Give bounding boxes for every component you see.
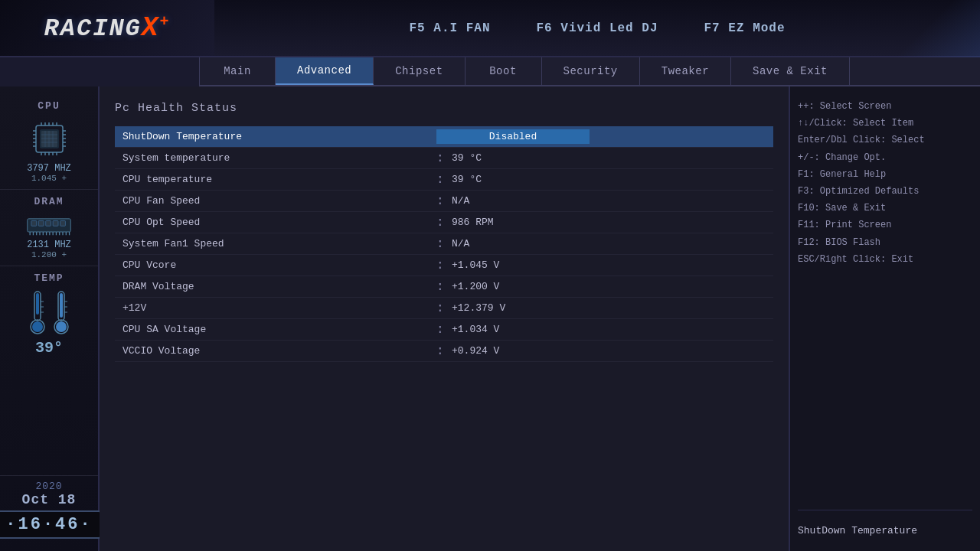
shortcut-f5[interactable]: F5 A.I FAN [409,21,490,35]
shortcut-f6[interactable]: F6 Vivid Led DJ [536,21,658,35]
tab-main[interactable]: Main [199,57,276,85]
sidebar-dram: DRAM [0,190,98,266]
row-value: 39 °C [452,152,773,164]
table-row[interactable]: CPU Vcore:+1.045 V [115,255,773,276]
sidebar: CPU [0,86,100,551]
help-line: ++: Select Screen [798,98,972,115]
cpu-label: CPU [38,100,60,112]
row-value: 986 RPM [452,217,773,228]
svg-rect-56 [60,293,63,318]
table-row[interactable]: CPU Fan Speed:N/A [115,191,773,212]
sidebar-date: 2020 Oct 18 ·16·46· [0,476,98,543]
dram-label: DRAM [34,196,64,207]
cpu-voltage: 1.045 + [31,174,67,183]
thermometer-container [27,290,72,336]
row-separator: : [436,152,452,165]
row-label: System temperature [115,152,436,164]
temp-label: TEMP [34,272,64,284]
row-separator: : [436,216,452,230]
svg-rect-49 [36,293,39,315]
row-label: CPU Fan Speed [115,195,436,207]
help-line: F12: BIOS Flash [798,234,972,251]
svg-point-58 [56,321,67,332]
help-text: ++: Select Screen↑↓/Click: Select ItemEn… [798,98,972,494]
bios-table: ShutDown TemperatureDisabledSystem tempe… [115,126,773,362]
table-row[interactable]: +12V:+12.379 V [115,298,773,319]
right-panel: ++: Select Screen↑↓/Click: Select ItemEn… [789,86,980,551]
shortcut-keys: F5 A.I FAN F6 Vivid Led DJ F7 EZ Mode [214,21,980,35]
row-label: CPU SA Voltage [115,324,436,335]
table-row[interactable]: CPU Opt Speed:986 RPM [115,212,773,233]
logo-x: X [142,12,160,44]
row-value: +0.924 V [452,345,773,357]
row-separator: : [436,194,452,208]
row-label: CPU Vcore [115,259,436,271]
row-label: DRAM Voltage [115,281,436,292]
dram-icon [26,214,72,236]
help-line: Enter/Dbl Click: Select [798,132,972,148]
thermometer-icon-2 [51,290,72,336]
svg-rect-2 [41,131,57,147]
date-year: 2020 [35,481,62,492]
help-line: F1: General Help [798,166,972,183]
row-value-badge: Disabled [436,129,590,144]
table-row[interactable]: ShutDown TemperatureDisabled [115,126,773,148]
context-help: ShutDown Temperature [798,510,972,540]
row-label: VCCIO Voltage [115,345,436,357]
dram-freq: 2131 MHZ [27,240,71,250]
section-title: Pc Health Status [115,102,773,115]
row-label: +12V [115,302,436,314]
logo-plus: + [159,13,170,31]
row-label: System Fan1 Speed [115,238,436,249]
help-line: F3: Optimized Defaults [798,183,972,200]
svg-rect-33 [53,220,58,226]
table-row[interactable]: CPU temperature:39 °C [115,169,773,191]
row-value: +1.045 V [452,259,773,271]
svg-rect-34 [60,220,66,226]
row-separator: : [436,323,452,337]
content-area: Pc Health Status ShutDown TemperatureDis… [100,86,789,551]
help-line: ↑↓/Click: Select Item [798,115,972,132]
row-separator: : [436,344,452,358]
svg-rect-32 [46,220,51,226]
cpu-freq: 3797 MHZ [27,163,71,174]
tab-save-exit[interactable]: Save & Exit [731,57,850,85]
tab-tweaker[interactable]: Tweaker [640,57,731,85]
logo-text-racing: RACING [44,15,142,43]
svg-rect-30 [31,220,37,226]
logo: RACINGX+ [44,12,171,44]
temp-value: 39° [35,339,63,357]
table-row[interactable]: System temperature:39 °C [115,148,773,169]
help-line: ESC/Right Click: Exit [798,251,972,268]
table-row[interactable]: VCCIO Voltage:+0.924 V [115,341,773,362]
header: RACINGX+ F5 A.I FAN F6 Vivid Led DJ F7 E… [0,0,980,57]
sidebar-temp: TEMP [0,266,98,476]
row-value: 39 °C [452,174,773,185]
row-label: CPU Opt Speed [115,217,436,228]
row-value: +1.034 V [452,324,773,335]
help-line: +/-: Change Opt. [798,149,972,166]
help-line: F11: Print Screen [798,217,972,233]
thermometer-icon [27,290,48,336]
tab-advanced[interactable]: Advanced [276,57,374,85]
row-separator: : [436,237,452,251]
svg-point-51 [32,321,43,332]
table-row[interactable]: System Fan1 Speed:N/A [115,233,773,255]
tab-chipset[interactable]: Chipset [374,57,465,85]
logo-area: RACINGX+ [0,0,214,56]
main-layout: CPU [0,86,980,551]
row-separator: : [436,302,452,315]
table-row[interactable]: DRAM Voltage:+1.200 V [115,276,773,298]
table-row[interactable]: CPU SA Voltage:+1.034 V [115,319,773,341]
date-month-day: Oct 18 [22,492,77,507]
row-separator: : [436,259,452,272]
dram-voltage: 1.200 + [31,250,67,259]
tab-security[interactable]: Security [542,57,640,85]
sidebar-cpu: CPU [0,94,98,190]
time-display: ·16·46· [0,510,102,539]
tab-boot[interactable]: Boot [466,57,542,85]
row-value: N/A [452,195,773,207]
shortcut-f7[interactable]: F7 EZ Mode [704,21,786,35]
row-separator: : [436,280,452,294]
help-line: F10: Save & Exit [798,200,972,217]
